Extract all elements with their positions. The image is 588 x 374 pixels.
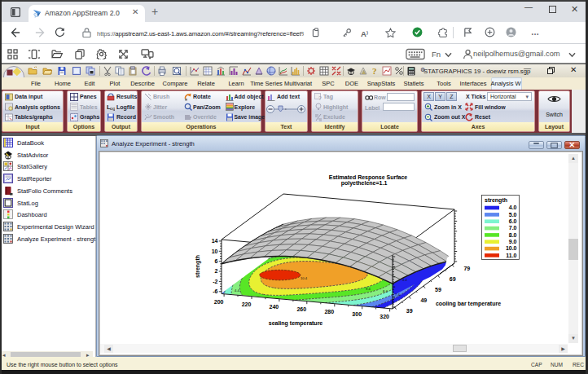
svg-text:69: 69: [450, 276, 456, 282]
svg-text:59: 59: [435, 287, 441, 293]
svg-text:7.4: 7.4: [395, 293, 400, 297]
svg-text:49: 49: [420, 297, 427, 303]
svg-text:10: 10: [212, 249, 218, 254]
svg-text:10.0: 10.0: [506, 245, 517, 251]
svg-text:9.0: 9.0: [509, 239, 517, 244]
svg-text:39: 39: [406, 308, 413, 314]
svg-text:8.0: 8.0: [509, 232, 517, 238]
svg-text:4.4: 4.4: [402, 278, 407, 282]
svg-text:280: 280: [324, 309, 334, 315]
svg-text:320: 320: [380, 314, 389, 319]
svg-text:sealing temperature: sealing temperature: [269, 320, 323, 327]
svg-text:79: 79: [463, 266, 470, 271]
svg-text:6: 6: [215, 258, 218, 264]
svg-text:220: 220: [242, 301, 252, 307]
svg-text:7.0: 7.0: [509, 225, 517, 231]
svg-text:300: 300: [352, 311, 362, 317]
svg-text:-6: -6: [213, 288, 217, 294]
svg-text:9.4: 9.4: [366, 287, 371, 291]
svg-text:4.4: 4.4: [235, 288, 239, 293]
svg-text:200: 200: [214, 299, 224, 305]
svg-text:cooling bar temperature: cooling bar temperature: [436, 301, 501, 307]
svg-text:polyethelene=1.1: polyethelene=1.1: [341, 180, 388, 187]
svg-text:5.0: 5.0: [509, 212, 517, 218]
svg-text:6.0: 6.0: [509, 218, 517, 224]
svg-text:strength: strength: [195, 255, 201, 278]
svg-text:4.0: 4.0: [509, 205, 517, 210]
svg-text:260: 260: [296, 306, 306, 312]
svg-text:14: 14: [212, 238, 218, 244]
svg-text:-2: -2: [213, 279, 217, 284]
svg-text:240: 240: [270, 304, 279, 310]
svg-text:2: 2: [215, 268, 218, 274]
svg-text:strength: strength: [485, 197, 507, 204]
svg-text:8.4: 8.4: [383, 289, 388, 293]
svg-text:10.4: 10.4: [301, 276, 308, 280]
svg-text:11.0: 11.0: [506, 253, 516, 258]
